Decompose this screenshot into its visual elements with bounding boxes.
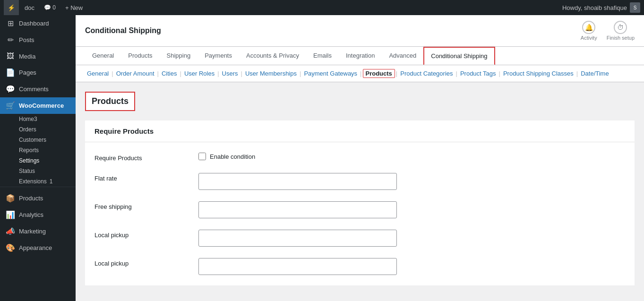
wp-icon: ⚡ <box>8 4 15 11</box>
sub-tab-users[interactable]: Users <box>220 69 240 78</box>
flat-rate-row: Flat rate <box>85 167 635 196</box>
tab-advanced[interactable]: Advanced <box>382 47 423 65</box>
admin-bar: ⚡ doc 💬 0 + New Howdy, shoaib shafique S <box>0 0 644 15</box>
sep-10: | <box>498 69 501 78</box>
comments-icon[interactable]: 💬 0 <box>40 0 60 15</box>
free-shipping-label: Free shipping <box>94 201 189 210</box>
sidebar-item-analytics[interactable]: 📊 Analytics <box>0 206 76 223</box>
require-products-title: Require Products <box>85 120 635 142</box>
local-pickup-1-label: Local pickup <box>94 230 189 239</box>
settings-tabs: General Products Shipping Payments Accou… <box>76 47 644 65</box>
woo-icon: 🛒 <box>6 101 15 110</box>
require-products-control: Enable condition <box>198 153 625 160</box>
sub-tab-cities[interactable]: Cities <box>160 69 179 78</box>
free-shipping-row: Free shipping <box>85 196 635 224</box>
sep-1: | <box>111 69 114 78</box>
marketing-icon: 📣 <box>6 227 15 236</box>
tab-general[interactable]: General <box>85 47 121 65</box>
sidebar-sub-orders[interactable]: Orders <box>0 124 76 135</box>
tab-payments[interactable]: Payments <box>197 47 239 65</box>
sub-tab-payment-gateways[interactable]: Payment Gateways <box>302 69 359 78</box>
new-content-button[interactable]: + New <box>61 0 86 15</box>
sub-tab-date-time[interactable]: Date/Time <box>579 69 610 78</box>
tab-conditional-shipping[interactable]: Conditional Shipping <box>423 47 495 65</box>
home-badge: 3 <box>34 116 37 122</box>
sub-tab-general[interactable]: General <box>85 69 111 78</box>
sep-6: | <box>299 69 302 78</box>
wp-logo[interactable]: ⚡ <box>4 0 19 15</box>
finish-setup-button[interactable]: ⏱ Finish setup <box>607 21 635 41</box>
tab-products[interactable]: Products <box>121 47 159 65</box>
sub-tab-product-tags[interactable]: Product Tags <box>458 69 498 78</box>
comments-sidebar-icon: 💬 <box>6 85 15 94</box>
local-pickup-1-input[interactable] <box>198 230 397 247</box>
flat-rate-label: Flat rate <box>94 173 189 182</box>
local-pickup-1-row: Local pickup <box>85 224 635 252</box>
enable-condition-label[interactable]: Enable condition <box>210 153 255 160</box>
sidebar-item-media[interactable]: 🖼 Media <box>0 48 76 64</box>
tab-integration[interactable]: Integration <box>339 47 382 65</box>
sidebar-item-posts[interactable]: ✏ Posts <box>0 32 76 48</box>
sep-8: | <box>395 69 398 78</box>
tab-shipping[interactable]: Shipping <box>160 47 198 65</box>
tab-accounts-privacy[interactable]: Accounts & Privacy <box>239 47 306 65</box>
tab-emails[interactable]: Emails <box>306 47 339 65</box>
free-shipping-input[interactable] <box>198 201 397 218</box>
local-pickup-2-input[interactable] <box>198 258 397 275</box>
products-sidebar-icon: 📦 <box>6 194 15 203</box>
sidebar-item-pages[interactable]: 📄 Pages <box>0 64 76 81</box>
sidebar-item-appearance[interactable]: 🎨 Appearance <box>0 240 76 256</box>
sub-tab-product-shipping-classes[interactable]: Product Shipping Classes <box>501 69 575 78</box>
activity-icon: 🔔 <box>582 21 595 34</box>
sub-tab-order-amount[interactable]: Order Amount <box>114 69 156 78</box>
sep-3: | <box>179 69 182 78</box>
site-name[interactable]: doc <box>21 0 38 15</box>
pages-icon: 📄 <box>6 68 15 77</box>
user-greeting: Howdy, shoaib shafique S <box>562 2 640 13</box>
sidebar-item-marketing[interactable]: 📣 Marketing <box>0 223 76 240</box>
sidebar-item-products[interactable]: 📦 Products <box>0 190 76 206</box>
flat-rate-control <box>198 173 625 190</box>
sub-tabs: General | Order Amount | Cities | User R… <box>76 65 644 82</box>
sep-11: | <box>575 69 579 78</box>
sep-2: | <box>156 69 160 78</box>
local-pickup-2-label: Local pickup <box>94 258 189 267</box>
sidebar-sub-home[interactable]: Home 3 <box>0 114 76 124</box>
content-area: Products Require Products Require Produc… <box>76 82 644 295</box>
enable-condition-checkbox[interactable] <box>198 153 206 160</box>
local-pickup-2-row: Local pickup <box>85 252 635 281</box>
sep-7: | <box>359 69 362 78</box>
sub-tab-product-categories[interactable]: Product Categories <box>398 69 455 78</box>
section-heading: Products <box>85 92 135 111</box>
page-title: Conditional Shipping <box>85 26 161 35</box>
sidebar-sub-extensions[interactable]: Extensions 1 <box>0 176 76 187</box>
dashboard-icon: ⊞ <box>6 19 15 28</box>
appearance-icon: 🎨 <box>6 243 15 252</box>
sub-tab-products[interactable]: Products <box>363 69 395 78</box>
enable-condition-checkbox-row: Enable condition <box>198 153 625 160</box>
sidebar-sub-status[interactable]: Status <box>0 166 76 176</box>
header-actions: 🔔 Activity ⏱ Finish setup <box>581 21 635 41</box>
free-shipping-control <box>198 201 625 218</box>
require-products-label: Require Products <box>94 153 189 162</box>
local-pickup-2-control <box>198 258 625 275</box>
sub-tab-user-memberships[interactable]: User Memberships <box>243 69 299 78</box>
sep-9: | <box>455 69 458 78</box>
woocommerce-header[interactable]: 🛒 WooCommerce <box>0 97 76 114</box>
sub-tab-user-roles[interactable]: User Roles <box>182 69 216 78</box>
page-header: Conditional Shipping 🔔 Activity ⏱ Finish… <box>76 15 644 47</box>
form-section: Require Products Require Products Enable… <box>85 120 635 285</box>
sidebar-sub-customers[interactable]: Customers <box>0 135 76 145</box>
sidebar-bottom-section: 📦 Products 📊 Analytics 📣 Marketing 🎨 App… <box>0 187 76 259</box>
sidebar-item-dashboard[interactable]: ⊞ Dashboard <box>0 15 76 32</box>
sidebar-sub-settings[interactable]: Settings <box>0 155 76 166</box>
sidebar-sub-reports[interactable]: Reports <box>0 145 76 155</box>
activity-button[interactable]: 🔔 Activity <box>581 21 597 41</box>
sidebar-item-comments[interactable]: 💬 Comments <box>0 81 76 97</box>
local-pickup-1-control <box>198 230 625 247</box>
sidebar: ⊞ Dashboard ✏ Posts 🖼 Media 📄 Pages 💬 Co… <box>0 15 76 301</box>
flat-rate-input[interactable] <box>198 173 397 190</box>
analytics-icon: 📊 <box>6 210 15 219</box>
sep-5: | <box>240 69 243 78</box>
require-products-row: Require Products Enable condition <box>85 147 635 167</box>
